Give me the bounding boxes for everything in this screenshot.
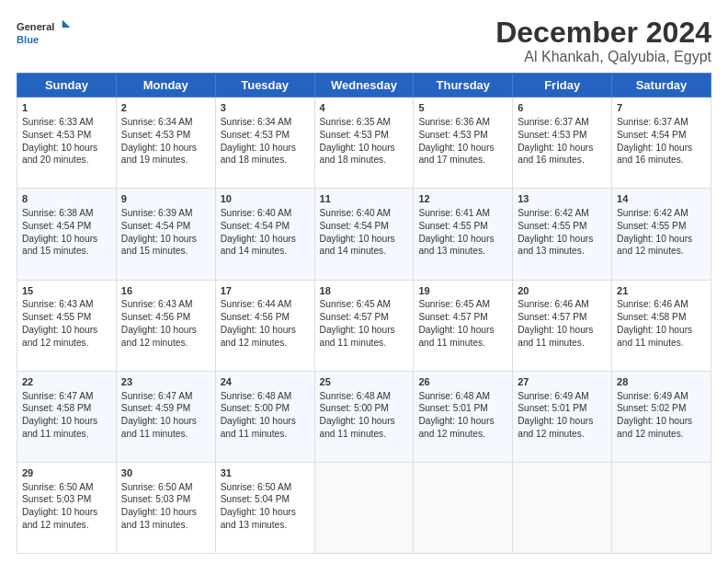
- sunrise-text: Sunrise: 6:49 AM: [518, 391, 589, 401]
- day-number: 20: [518, 284, 607, 298]
- sunrise-text: Sunrise: 6:50 AM: [121, 482, 193, 492]
- calendar-cell: 8Sunrise: 6:38 AMSunset: 4:54 PMDaylight…: [17, 189, 117, 280]
- day-number: 23: [121, 375, 210, 389]
- daylight-text: Daylight: 10 hours and 19 minutes.: [121, 143, 197, 166]
- daylight-text: Daylight: 10 hours and 11 minutes.: [221, 416, 296, 439]
- month-title: December 2024: [495, 17, 711, 49]
- title-block: December 2024 Al Khankah, Qalyubia, Egyp…: [495, 17, 711, 65]
- calendar-cell: 31Sunrise: 6:50 AMSunset: 5:04 PMDayligh…: [215, 462, 314, 553]
- header-saturday: Saturday: [612, 74, 711, 98]
- calendar-cell: 10Sunrise: 6:40 AMSunset: 4:54 PMDayligh…: [215, 189, 314, 280]
- sunrise-text: Sunrise: 6:50 AM: [221, 482, 292, 492]
- sunset-text: Sunset: 5:00 PM: [221, 403, 290, 413]
- sunrise-text: Sunrise: 6:35 AM: [320, 117, 392, 127]
- calendar-cell: 24Sunrise: 6:48 AMSunset: 5:00 PMDayligh…: [215, 371, 314, 462]
- daylight-text: Daylight: 10 hours and 14 minutes.: [320, 234, 395, 257]
- day-number: 18: [320, 284, 409, 298]
- sunrise-text: Sunrise: 6:43 AM: [121, 299, 193, 309]
- daylight-text: Daylight: 10 hours and 16 minutes.: [518, 143, 593, 166]
- daylight-text: Daylight: 10 hours and 12 minutes.: [617, 416, 692, 439]
- week-row-1: 1Sunrise: 6:33 AMSunset: 4:53 PMDaylight…: [17, 98, 711, 189]
- logo-svg: General Blue: [17, 17, 72, 50]
- day-number: 28: [617, 375, 706, 389]
- day-number: 12: [418, 192, 507, 206]
- sunrise-text: Sunrise: 6:39 AM: [121, 208, 193, 218]
- sunset-text: Sunset: 4:55 PM: [418, 221, 487, 231]
- daylight-text: Daylight: 10 hours and 13 minutes.: [518, 234, 593, 257]
- day-number: 21: [617, 284, 706, 298]
- calendar-cell: 12Sunrise: 6:41 AMSunset: 4:55 PMDayligh…: [414, 189, 513, 280]
- daylight-text: Daylight: 10 hours and 18 minutes.: [320, 143, 395, 166]
- calendar-cell: 2Sunrise: 6:34 AMSunset: 4:53 PMDaylight…: [116, 98, 215, 189]
- calendar-cell: 30Sunrise: 6:50 AMSunset: 5:03 PMDayligh…: [116, 462, 215, 553]
- sunrise-text: Sunrise: 6:45 AM: [418, 299, 490, 309]
- sunset-text: Sunset: 4:58 PM: [22, 403, 91, 413]
- header: General Blue December 2024 Al Khankah, Q…: [17, 17, 711, 65]
- daylight-text: Daylight: 10 hours and 13 minutes.: [418, 234, 494, 257]
- calendar-cell: 3Sunrise: 6:34 AMSunset: 4:53 PMDaylight…: [215, 98, 314, 189]
- sunrise-text: Sunrise: 6:49 AM: [617, 391, 688, 401]
- daylight-text: Daylight: 10 hours and 12 minutes.: [221, 325, 296, 348]
- sunrise-text: Sunrise: 6:40 AM: [221, 208, 292, 218]
- calendar-cell: 22Sunrise: 6:47 AMSunset: 4:58 PMDayligh…: [17, 371, 117, 462]
- sunset-text: Sunset: 4:55 PM: [617, 221, 686, 231]
- logo: General Blue: [17, 17, 72, 50]
- sunrise-text: Sunrise: 6:33 AM: [22, 117, 94, 127]
- daylight-text: Daylight: 10 hours and 12 minutes.: [22, 325, 97, 348]
- header-tuesday: Tuesday: [215, 74, 314, 98]
- day-number: 15: [22, 284, 111, 298]
- daylight-text: Daylight: 10 hours and 18 minutes.: [221, 143, 296, 166]
- week-row-3: 15Sunrise: 6:43 AMSunset: 4:55 PMDayligh…: [17, 280, 711, 371]
- sunrise-text: Sunrise: 6:48 AM: [320, 391, 392, 401]
- week-row-4: 22Sunrise: 6:47 AMSunset: 4:58 PMDayligh…: [17, 371, 711, 462]
- calendar-cell: [314, 462, 414, 553]
- calendar-cell: 6Sunrise: 6:37 AMSunset: 4:53 PMDaylight…: [513, 98, 612, 189]
- day-number: 4: [320, 101, 409, 115]
- day-number: 16: [121, 284, 210, 298]
- location-subtitle: Al Khankah, Qalyubia, Egypt: [495, 49, 711, 65]
- daylight-text: Daylight: 10 hours and 11 minutes.: [320, 416, 395, 439]
- day-number: 7: [617, 101, 706, 115]
- sunset-text: Sunset: 5:01 PM: [418, 403, 487, 413]
- sunrise-text: Sunrise: 6:42 AM: [617, 208, 688, 218]
- calendar-table: Sunday Monday Tuesday Wednesday Thursday…: [17, 73, 711, 554]
- sunset-text: Sunset: 5:01 PM: [518, 403, 586, 413]
- sunrise-text: Sunrise: 6:37 AM: [518, 117, 589, 127]
- day-number: 31: [221, 466, 310, 480]
- sunrise-text: Sunrise: 6:45 AM: [320, 299, 392, 309]
- header-monday: Monday: [116, 74, 215, 98]
- sunrise-text: Sunrise: 6:36 AM: [418, 117, 490, 127]
- daylight-text: Daylight: 10 hours and 11 minutes.: [22, 416, 97, 439]
- day-number: 14: [617, 192, 706, 206]
- calendar-cell: 27Sunrise: 6:49 AMSunset: 5:01 PMDayligh…: [513, 371, 612, 462]
- day-number: 13: [518, 192, 607, 206]
- daylight-text: Daylight: 10 hours and 11 minutes.: [121, 416, 197, 439]
- calendar-cell: 1Sunrise: 6:33 AMSunset: 4:53 PMDaylight…: [17, 98, 117, 189]
- calendar-cell: 16Sunrise: 6:43 AMSunset: 4:56 PMDayligh…: [116, 280, 215, 371]
- header-thursday: Thursday: [414, 74, 513, 98]
- daylight-text: Daylight: 10 hours and 17 minutes.: [418, 143, 494, 166]
- sunrise-text: Sunrise: 6:47 AM: [121, 391, 193, 401]
- sunrise-text: Sunrise: 6:34 AM: [221, 117, 292, 127]
- sunset-text: Sunset: 4:56 PM: [121, 312, 190, 322]
- calendar-cell: 23Sunrise: 6:47 AMSunset: 4:59 PMDayligh…: [116, 371, 215, 462]
- week-row-2: 8Sunrise: 6:38 AMSunset: 4:54 PMDaylight…: [17, 189, 711, 280]
- week-row-5: 29Sunrise: 6:50 AMSunset: 5:03 PMDayligh…: [17, 462, 711, 553]
- calendar-cell: 29Sunrise: 6:50 AMSunset: 5:03 PMDayligh…: [17, 462, 117, 553]
- calendar-cell: 11Sunrise: 6:40 AMSunset: 4:54 PMDayligh…: [314, 189, 414, 280]
- sunrise-text: Sunrise: 6:42 AM: [518, 208, 589, 218]
- calendar-cell: 17Sunrise: 6:44 AMSunset: 4:56 PMDayligh…: [215, 280, 314, 371]
- daylight-text: Daylight: 10 hours and 11 minutes.: [418, 325, 494, 348]
- sunrise-text: Sunrise: 6:47 AM: [22, 391, 94, 401]
- sunrise-text: Sunrise: 6:50 AM: [22, 482, 94, 492]
- calendar-cell: 13Sunrise: 6:42 AMSunset: 4:55 PMDayligh…: [513, 189, 612, 280]
- daylight-text: Daylight: 10 hours and 15 minutes.: [121, 234, 197, 257]
- calendar-cell: 9Sunrise: 6:39 AMSunset: 4:54 PMDaylight…: [116, 189, 215, 280]
- sunrise-text: Sunrise: 6:46 AM: [617, 299, 688, 309]
- day-number: 9: [121, 192, 210, 206]
- sunset-text: Sunset: 5:02 PM: [617, 403, 686, 413]
- sunset-text: Sunset: 4:53 PM: [518, 130, 586, 140]
- page: General Blue December 2024 Al Khankah, Q…: [0, 0, 728, 563]
- daylight-text: Daylight: 10 hours and 12 minutes.: [617, 234, 692, 257]
- day-number: 11: [320, 192, 409, 206]
